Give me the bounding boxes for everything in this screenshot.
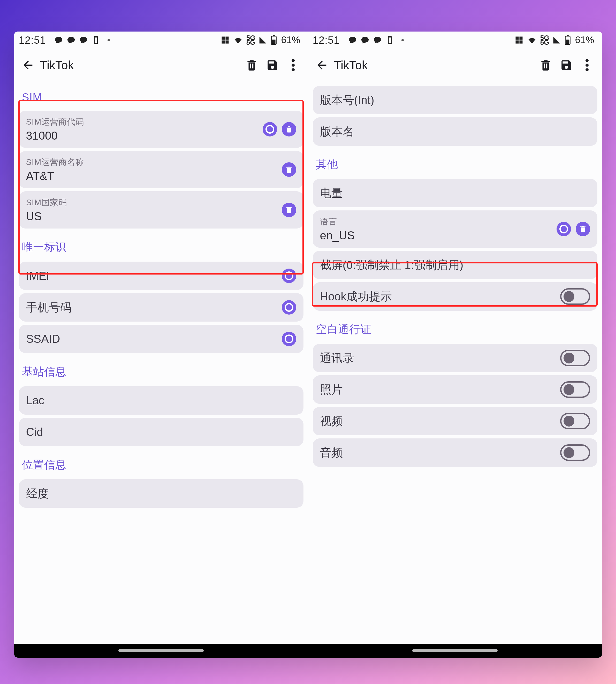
save-button[interactable] [262,56,283,74]
row-value: 31000 [26,129,84,142]
phone-number-row[interactable]: 手机号码 [19,293,304,322]
nav-bar [14,644,308,658]
battery-icon [565,35,571,45]
nav-pill[interactable] [412,649,498,652]
wifi-icon [234,36,243,45]
battery-percentage: 61% [281,35,300,45]
phone-left: 12:51 5G5G 61% TikTok [14,31,308,658]
nav-pill[interactable] [118,649,204,652]
imei-row[interactable]: IMEI [19,262,304,290]
row-label: 视频 [320,414,343,429]
trash-button[interactable] [576,222,590,236]
appbar: TikTok [14,49,308,82]
section-title-cell-info: 基站信息 [19,356,304,383]
version-name-row[interactable]: 版本名 [313,117,597,146]
sim-grid-icon [220,36,230,45]
svg-point-10 [586,64,589,67]
row-sublabel: SIM运营商名称 [26,157,84,168]
photos-row[interactable]: 照片 [313,375,597,404]
row-sublabel: 语言 [320,216,355,227]
svg-point-11 [586,68,589,71]
row-label: Cid [26,425,43,438]
network-5g-label: 5G5G [540,36,549,45]
save-button[interactable] [556,56,577,74]
battery-level-row[interactable]: 电量 [313,179,597,207]
trash-button[interactable] [282,162,296,177]
dot-icon [108,39,110,41]
nav-bar [308,644,602,658]
contacts-row[interactable]: 通讯录 [313,344,597,372]
toggle-switch[interactable] [560,381,590,398]
status-time: 12:51 [19,35,46,46]
appbar-title: TikTok [40,58,74,72]
delete-button[interactable] [535,56,556,74]
svg-point-3 [292,59,295,62]
battery-percentage: 61% [575,35,594,45]
cid-row[interactable]: Cid [19,418,304,446]
language-row[interactable]: 语言 en_US [313,211,597,248]
status-time: 12:51 [313,35,340,46]
statusbar: 12:51 5G5G 61% [14,31,308,49]
chat-bubble-icon [348,36,357,44]
audio-row[interactable]: 音频 [313,438,597,467]
ssaid-row[interactable]: SSAID [19,325,304,353]
section-title-other: 其他 [313,149,597,176]
back-button[interactable] [313,56,331,74]
row-label: Hook成功提示 [320,289,392,304]
row-label: 版本号(Int) [320,92,374,108]
content-left: SIM SIM运营商代码 31000 SIM运营商名称 AT&T [14,82,308,658]
radio-button[interactable] [282,300,296,315]
toggle-switch[interactable] [560,288,590,305]
overflow-menu-button[interactable] [577,56,597,74]
radio-button[interactable] [556,222,571,236]
dot-icon [401,39,404,41]
wifi-icon [527,36,537,45]
radio-button[interactable] [282,269,296,283]
toggle-switch[interactable] [560,350,590,366]
row-label: 截屏(0:强制禁止 1:强制启用) [320,258,463,273]
section-title-sim: SIM [19,83,304,108]
version-int-row[interactable]: 版本号(Int) [313,86,597,114]
svg-rect-8 [566,40,570,44]
radio-button[interactable] [263,122,277,136]
sim-carrier-name-row[interactable]: SIM运营商名称 AT&T [19,151,304,188]
appbar-title: TikTok [334,58,368,72]
radio-button[interactable] [282,332,296,346]
chat-bubble-icon [79,36,88,44]
network-5g-label: 5G5G [246,36,256,45]
section-title-blank-pass: 空白通行证 [313,314,597,341]
row-label: 手机号码 [26,300,72,315]
row-label: Lac [26,394,44,407]
battery-icon [271,35,277,45]
sim-carrier-code-row[interactable]: SIM运营商代码 31000 [19,111,304,148]
chat-bubble-icon [373,36,382,44]
delete-button[interactable] [241,56,262,74]
statusbar: 12:51 5G5G 61% [308,31,602,49]
svg-point-9 [586,59,589,62]
screenshot-mode-row[interactable]: 截屏(0:强制禁止 1:强制启用) [313,251,597,279]
row-label: IMEI [26,269,49,282]
row-label: SSAID [26,332,60,345]
longitude-row[interactable]: 经度 [19,479,304,508]
row-value: AT&T [26,170,84,182]
toggle-switch[interactable] [560,413,590,429]
back-button[interactable] [19,56,37,74]
row-sublabel: SIM国家码 [26,197,67,208]
lac-row[interactable]: Lac [19,386,304,415]
chat-bubble-icon [67,36,75,44]
svg-point-5 [292,68,295,71]
sim-country-code-row[interactable]: SIM国家码 US [19,191,304,228]
overflow-menu-button[interactable] [283,56,304,74]
svg-rect-7 [567,35,569,36]
hook-success-row[interactable]: Hook成功提示 [313,282,597,311]
section-title-location: 位置信息 [19,449,304,476]
videos-row[interactable]: 视频 [313,407,597,435]
chat-bubble-icon [360,36,369,44]
trash-button[interactable] [282,203,296,217]
row-label: 经度 [26,486,49,501]
toggle-switch[interactable] [560,444,590,461]
row-label: 音频 [320,445,343,460]
row-value: US [26,210,67,223]
trash-button[interactable] [282,122,296,136]
phone-icon [386,36,394,44]
